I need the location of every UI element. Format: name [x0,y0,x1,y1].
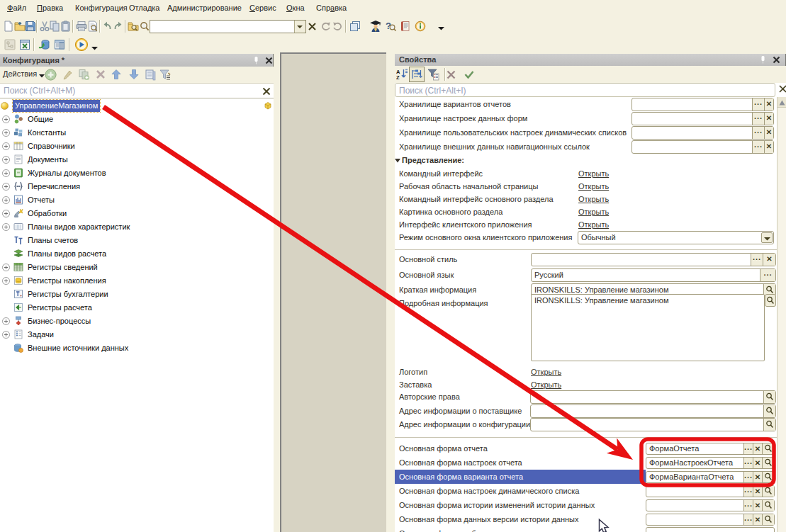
svg-text:Z: Z [396,74,400,81]
